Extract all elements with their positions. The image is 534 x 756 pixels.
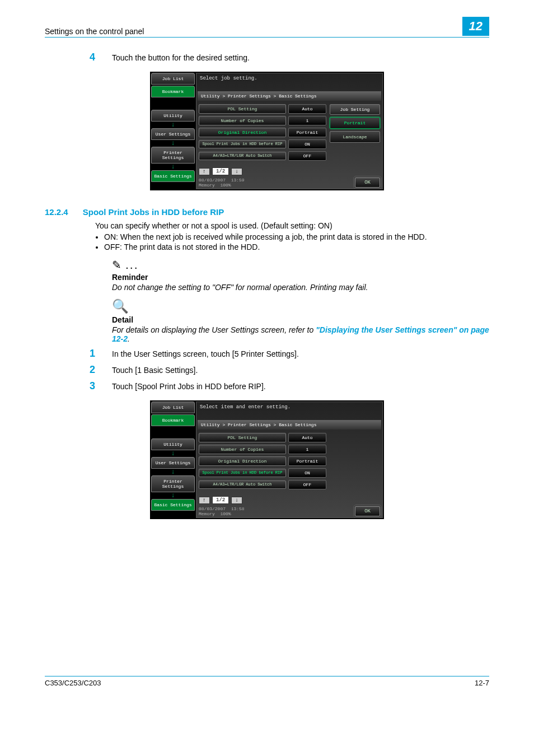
tab-printer-settings[interactable]: Printer Settings	[151, 147, 195, 164]
setting-spool[interactable]: Spool Print Jobs in HDD before RIP	[199, 140, 286, 148]
step-2: 2 Touch [1 Basic Settings].	[45, 364, 489, 376]
page-up-button[interactable]: ↑	[199, 497, 210, 504]
step-text: Touch the button for the desired setting…	[112, 52, 250, 63]
page-down-button[interactable]: ↓	[231, 497, 242, 504]
page-indicator: 1/2	[212, 496, 229, 504]
tab-bookmark[interactable]: Bookmark	[151, 414, 195, 426]
header-title: Settings on the control panel	[45, 27, 144, 36]
panel-prompt: Select item and enter setting.	[196, 402, 382, 412]
status-info: 08/03/2007 13:59 Memory 100%	[199, 178, 245, 188]
reminder-body: Do not change the setting to "OFF" for n…	[112, 283, 489, 292]
setting-direction[interactable]: Original Direction	[199, 128, 286, 137]
setting-direction[interactable]: Original Direction	[199, 456, 286, 466]
tab-job-list[interactable]: Job List	[151, 402, 195, 413]
arrow-down-icon: ↓	[151, 470, 195, 474]
arrow-down-icon: ↓	[151, 123, 195, 127]
control-panel-2: Job List Bookmark Utility ↓ User Setting…	[150, 400, 384, 519]
tab-basic-settings[interactable]: Basic Settings	[151, 170, 195, 182]
tab-utility[interactable]: Utility	[151, 110, 195, 122]
option-landscape[interactable]: Landscape	[330, 131, 380, 143]
tab-user-settings[interactable]: User Settings	[151, 128, 195, 140]
detail-body: For details on displaying the User Setti…	[112, 325, 489, 343]
bullet-on: ON: When the next job is received while …	[104, 232, 489, 241]
chapter-badge: 12	[462, 17, 489, 36]
value-copies: 1	[288, 445, 326, 454]
tab-basic-settings[interactable]: Basic Settings	[151, 499, 195, 511]
step-3: 3 Touch [Spool Print Jobs in HDD before …	[45, 380, 489, 392]
setting-autoswitch[interactable]: A4/A3⇔LTR/LGR Auto Switch	[199, 152, 286, 160]
section-heading: 12.2.4 Spool Print Jobs in HDD before RI…	[45, 207, 489, 217]
tab-job-list[interactable]: Job List	[151, 73, 195, 85]
side-title: Job Setting	[330, 104, 380, 115]
panel-prompt: Select job setting.	[196, 73, 382, 83]
ok-button[interactable]: OK	[355, 506, 380, 516]
step-number: 4	[90, 52, 112, 63]
page-indicator: 1/2	[212, 167, 229, 175]
step-text: Touch [Spool Print Jobs in HDD before RI…	[112, 380, 266, 392]
footer-model: C353/C253/C203	[45, 679, 101, 687]
step-number: 2	[90, 364, 112, 376]
value-pdl: Auto	[288, 104, 326, 114]
step-text: Touch [1 Basic Settings].	[112, 364, 198, 376]
value-direction: Portrait	[288, 128, 326, 137]
status-info: 08/03/2007 13:58 Memory 100%	[199, 506, 245, 516]
reminder-head: Reminder	[112, 273, 489, 282]
setting-copies[interactable]: Number of Copies	[199, 116, 286, 125]
tab-printer-settings[interactable]: Printer Settings	[151, 475, 195, 492]
bullet-off: OFF: The print data is not stored in the…	[104, 242, 489, 251]
page-header: Settings on the control panel 12	[45, 17, 489, 38]
step-number: 1	[90, 348, 112, 360]
step-number: 3	[90, 380, 112, 392]
step-4: 4 Touch the button for the desired setti…	[45, 52, 489, 63]
value-spool: ON	[288, 139, 326, 149]
setting-pdl[interactable]: PDL Setting	[199, 433, 286, 442]
value-spool: ON	[288, 468, 326, 478]
value-pdl: Auto	[288, 433, 326, 442]
setting-pdl[interactable]: PDL Setting	[199, 104, 286, 114]
arrow-down-icon: ↓	[151, 165, 195, 169]
page-up-button[interactable]: ↑	[199, 168, 210, 175]
detail-block: 🔍 Detail For details on displaying the U…	[45, 298, 489, 343]
section-intro: You can specify whether or not a spool i…	[95, 221, 489, 230]
page-down-button[interactable]: ↓	[231, 168, 242, 175]
setting-copies[interactable]: Number of Copies	[199, 445, 286, 454]
setting-spool[interactable]: Spool Print Jobs in HDD before RIP	[199, 469, 286, 477]
detail-icon: 🔍	[112, 298, 489, 314]
arrow-down-icon: ↓	[151, 141, 195, 146]
reminder-icon: ✎	[112, 259, 121, 271]
arrow-down-icon: ↓	[151, 493, 195, 498]
value-autoswitch: OFF	[288, 151, 326, 161]
footer-page: 12-7	[475, 679, 489, 687]
option-portrait[interactable]: Portrait	[330, 117, 380, 129]
detail-head: Detail	[112, 315, 489, 324]
page-footer: C353/C253/C203 12-7	[45, 676, 489, 687]
breadcrumb: Utility > Printer Settings > Basic Setti…	[198, 420, 381, 430]
value-autoswitch: OFF	[288, 480, 326, 489]
bullet-list: ON: When the next job is received while …	[95, 232, 489, 251]
step-text: In the User Settings screen, touch [5 Pr…	[112, 348, 299, 360]
tab-user-settings[interactable]: User Settings	[151, 457, 195, 469]
breadcrumb: Utility > Printer Settings > Basic Setti…	[198, 91, 381, 101]
value-copies: 1	[288, 116, 326, 125]
tab-utility[interactable]: Utility	[151, 438, 195, 450]
setting-autoswitch[interactable]: A4/A3⇔LTR/LGR Auto Switch	[199, 480, 286, 489]
reminder-block: ✎ ... Reminder Do not change the setting…	[45, 258, 489, 292]
ok-button[interactable]: OK	[355, 178, 380, 188]
tab-bookmark[interactable]: Bookmark	[151, 86, 195, 97]
arrow-down-icon: ↓	[151, 451, 195, 456]
step-1: 1 In the User Settings screen, touch [5 …	[45, 348, 489, 360]
value-direction: Portrait	[288, 456, 326, 466]
control-panel-1: Job List Bookmark Utility ↓ User Setting…	[150, 72, 384, 190]
